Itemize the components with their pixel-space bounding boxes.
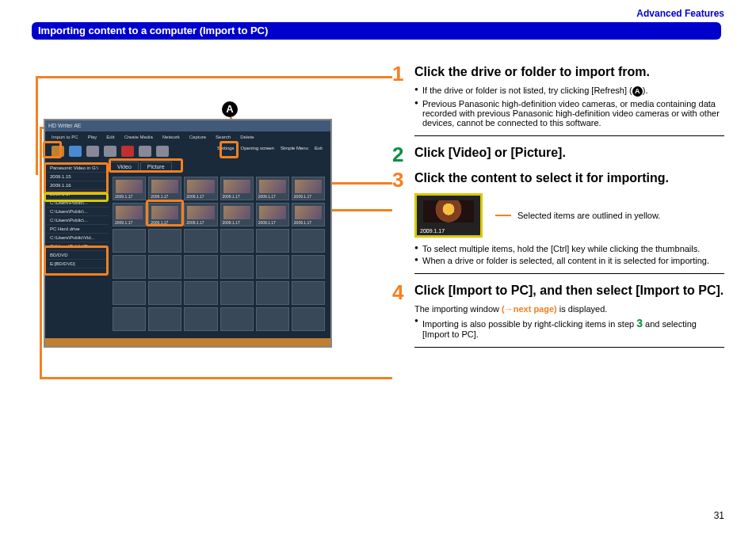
tab-picture: Picture [140, 162, 172, 171]
tree-item: C:\Users\Public\... [47, 207, 109, 216]
tree-item: PC Hard drive [47, 225, 109, 234]
selected-thumbnail: 2009.1.17 [414, 193, 483, 238]
tree-item: 2009.1.16 [47, 181, 109, 190]
menu-item: Delete [240, 135, 254, 139]
thumb-label: 2009.1.17 [294, 194, 311, 199]
tree-item: Panasonic Video in G:\ [47, 164, 109, 173]
tree-item: 2009.1.17 [47, 190, 109, 199]
bullet: If the drive or folder is not listed, tr… [414, 86, 724, 97]
menu-item: Network [162, 135, 180, 139]
separator [414, 135, 724, 136]
thumbnail: 2009.1.17 [292, 203, 325, 227]
bullet: Previous Panasonic high-definition video… [414, 99, 724, 128]
thumbnail-empty [220, 281, 254, 305]
step-number: 1 [392, 63, 403, 84]
thumb-label: 2009.1.17 [186, 194, 204, 199]
page-title-bar: Importing content to a computer (Import … [32, 22, 721, 40]
menu-item: Import to PC [52, 135, 78, 139]
thumbnail-empty [148, 307, 181, 331]
menu-item: Search [216, 135, 231, 139]
step-number: 4 [392, 282, 403, 303]
thumb-label: 2009.1.17 [151, 220, 168, 225]
step-4: 4 Click [Import to PC], and then select … [392, 282, 724, 348]
bullet: To select multiple items, hold the [Ctrl… [414, 244, 724, 253]
window: HD Writer AE Import to PC Play Edit Crea… [44, 119, 332, 348]
callout-label-a: A [222, 101, 238, 117]
thumbnail: 2009.1.17 [184, 177, 217, 200]
step-body: The importing window (→next page) is dis… [414, 304, 724, 339]
thumbnail-empty [292, 229, 325, 253]
step-title: Click [Import to PC], and then select [I… [414, 282, 724, 301]
thumb-label: 2009.1.17 [186, 220, 204, 225]
settings-label: Settings [217, 146, 235, 150]
thumbnail-empty [184, 307, 217, 331]
refresh-icon-ref: A [632, 86, 643, 97]
step-title: Click the drive or folder to import from… [414, 63, 724, 82]
thumb-label: 2009.1.17 [258, 194, 276, 199]
tree-item: C:\Users\Public\... [47, 199, 109, 207]
step-ref-3: 3 [636, 317, 643, 329]
app-screenshot: HD Writer AE Import to PC Play Edit Crea… [44, 119, 329, 345]
selected-caption: Selected items are outlined in yellow. [517, 211, 660, 220]
separator [414, 347, 724, 348]
step-number: 3 [392, 169, 403, 190]
thumbnail-empty [184, 255, 217, 279]
step-3: 3 Click the content to select it for imp… [392, 169, 724, 274]
connector-line [495, 215, 511, 216]
menu-item: Edit [106, 135, 114, 139]
thumbnail-grid: 2009.1.17 2009.1.17 2009.1.17 2009.1.17 … [110, 174, 327, 337]
simplemenu-label: Simple Menu [281, 146, 308, 150]
thumbnail: 2009.1.17 [148, 177, 181, 200]
thumbnail: 2009.1.17 [220, 203, 254, 227]
step-title: Click the content to select it for impor… [414, 169, 724, 188]
thumb-label: 2009.1.17 [223, 194, 240, 199]
tree-item: 2009.1.15 [47, 173, 109, 181]
opening-label: Opening screen [241, 146, 274, 150]
status-bar [45, 338, 330, 346]
thumbnail-empty [113, 255, 146, 279]
connector-line [36, 76, 392, 78]
thumb-label: 2009.1.17 [151, 194, 168, 199]
thumbnail-empty [220, 307, 254, 331]
thumbnail: 2009.1.17 [148, 203, 181, 227]
thumb-date: 2009.1.17 [417, 228, 445, 234]
page-number: 31 [714, 510, 724, 521]
thumbnail-empty [148, 229, 181, 253]
step-body: If the drive or folder is not listed, tr… [414, 86, 724, 128]
separator [414, 273, 724, 274]
tree-item: E:[BD/DVD] [47, 260, 109, 268]
tab-video: Video [110, 162, 139, 171]
thumbnail-empty [256, 307, 289, 331]
menu-item: Play [88, 135, 97, 139]
window-title: HD Writer AE [45, 120, 330, 131]
exit-label: Exit [315, 146, 323, 150]
text: ). [643, 86, 648, 95]
thumbnail-empty [292, 255, 325, 279]
thumbnail-empty [256, 281, 289, 305]
text: is displayed. [557, 304, 608, 314]
thumb-label: 2009.1.17 [115, 220, 132, 225]
youtube-icon [121, 146, 134, 157]
next-page-link[interactable]: (→next page) [502, 304, 557, 314]
tree-item: BD/DVD [47, 251, 109, 260]
thumb-label: 2009.1.17 [294, 220, 311, 225]
toolbar-right: Settings Opening screen Simple Menu Exit [217, 146, 323, 150]
menu-item: Capture [189, 135, 206, 139]
steps-column: 1 Click the drive or folder to import fr… [392, 63, 724, 356]
thumb-label: 2009.1.17 [115, 194, 132, 199]
thumbnail-empty [292, 307, 325, 331]
step-1: 1 Click the drive or folder to import fr… [392, 63, 724, 136]
thumbnail-empty [292, 281, 325, 305]
menu-bar: Import to PC Play Edit Create Media Netw… [45, 131, 330, 143]
folder-icon [52, 146, 64, 157]
step-title: Click [Video] or [Picture]. [414, 144, 724, 163]
thumbnail-empty [113, 307, 146, 331]
folder-tree: Panasonic Video in G:\ 2009.1.15 2009.1.… [47, 164, 109, 337]
thumbnail: 2009.1.17 [292, 177, 325, 200]
thumbnail-empty [113, 281, 146, 305]
thumbnail-empty [256, 229, 289, 253]
thumbnail-empty [184, 281, 217, 305]
tree-item: C:\Users\Public\... [47, 216, 109, 225]
thumbnail: 2009.1.17 [113, 177, 146, 200]
search-icon [156, 146, 169, 157]
